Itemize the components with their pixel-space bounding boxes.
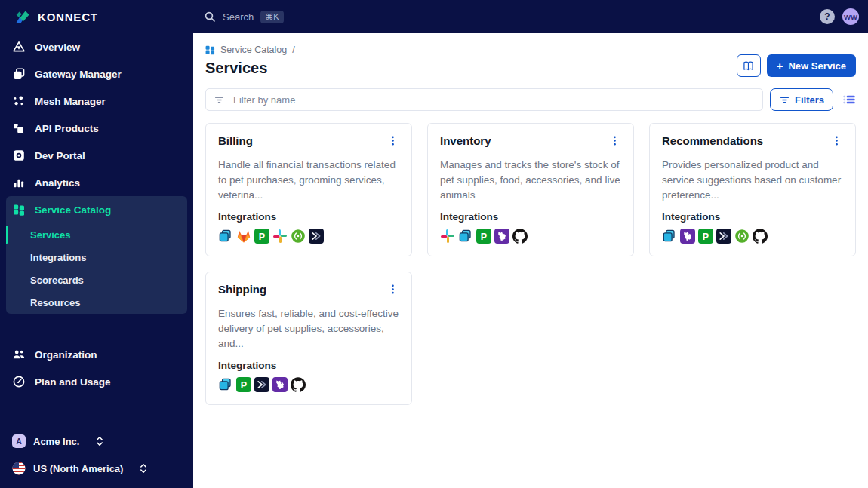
pagerduty-icon: P	[236, 377, 251, 392]
org-switcher[interactable]: A Acme Inc.	[6, 428, 187, 455]
sidebar-item-analytics[interactable]: Analytics	[6, 169, 187, 196]
filter-funnel-icon	[214, 94, 225, 106]
sidebar-item-api-products[interactable]: API Products	[6, 115, 187, 142]
filter-input-wrap	[205, 88, 763, 111]
service-cards-grid: Billing Handle all financial transaction…	[205, 123, 856, 405]
pagerduty-icon: P	[698, 229, 713, 244]
sidebar-item-dev-portal[interactable]: Dev Portal	[6, 142, 187, 169]
service-card-inventory[interactable]: Inventory Manages and tracks the store's…	[427, 123, 634, 256]
org-avatar: A	[12, 434, 26, 448]
kebab-menu-icon[interactable]	[608, 134, 621, 150]
sidebar-item-services[interactable]: Services	[6, 223, 187, 246]
card-description: Handle all financial transactions relate…	[218, 158, 399, 203]
brand-logo[interactable]: KONNECT	[0, 8, 193, 26]
sidebar-item-label: Gateway Manager	[35, 69, 122, 80]
filters-label: Filters	[795, 94, 824, 106]
swaggerhub-icon	[291, 229, 306, 244]
user-avatar[interactable]: WW	[842, 8, 859, 25]
sidebar-item-label: Analytics	[35, 177, 80, 189]
sidebar-item-scorecards[interactable]: Scorecards	[6, 269, 187, 291]
gateway-icon	[218, 229, 233, 244]
integrations-icons: P	[218, 229, 399, 244]
integrations-label: Integrations	[218, 211, 399, 223]
us-flag-icon	[12, 462, 26, 475]
filters-funnel-icon	[779, 94, 790, 106]
integrations-icons: P	[440, 229, 621, 244]
sidebar-item-plan-and-usage[interactable]: Plan and Usage	[6, 368, 187, 395]
traceable-icon	[254, 377, 269, 392]
github-icon	[753, 229, 768, 244]
sidebar-child-label: Scorecards	[30, 275, 84, 286]
sidebar-item-label: Overview	[35, 41, 80, 53]
filters-button[interactable]: Filters	[770, 88, 833, 111]
breadcrumb-link[interactable]: Service Catalog	[220, 45, 287, 55]
kebab-menu-icon[interactable]	[386, 283, 399, 299]
dev-portal-icon	[12, 149, 26, 162]
page-title: Services	[205, 60, 295, 77]
datadog-icon	[272, 377, 288, 392]
chevron-up-down-icon	[138, 462, 149, 474]
traceable-icon	[716, 229, 731, 244]
service-card-billing[interactable]: Billing Handle all financial transaction…	[205, 123, 412, 256]
sidebar-item-label: Dev Portal	[35, 150, 85, 161]
service-catalog-icon	[12, 203, 26, 216]
sidebar-item-label: Mesh Manager	[35, 96, 106, 107]
sidebar-child-label: Services	[30, 229, 71, 241]
sidebar-item-overview[interactable]: Overview	[6, 33, 187, 60]
gateway-icon	[218, 377, 233, 392]
card-title: Inventory	[440, 134, 491, 147]
gateway-icon	[458, 229, 473, 244]
slack-icon	[440, 229, 455, 244]
service-card-shipping[interactable]: Shipping Ensures fast, reliable, and cos…	[205, 272, 412, 405]
docs-button[interactable]	[737, 54, 761, 77]
card-title: Recommendations	[662, 134, 763, 147]
sidebar-item-organization[interactable]: Organization	[6, 341, 187, 368]
slack-icon	[272, 229, 288, 244]
sidebar-item-resources[interactable]: Resources	[6, 291, 187, 314]
swaggerhub-icon	[734, 229, 749, 244]
kebab-menu-icon[interactable]	[386, 134, 399, 150]
header-actions: + New Service	[737, 54, 856, 77]
github-icon	[291, 377, 306, 392]
sidebar-section-service-catalog: Service Catalog Services Integrations Sc…	[6, 196, 187, 314]
region-switcher-label: US (North America)	[33, 463, 123, 474]
breadcrumb[interactable]: Service Catalog /	[205, 45, 295, 55]
table-view-toggle[interactable]	[842, 94, 856, 106]
svg-text:P: P	[259, 232, 265, 242]
brand-name: KONNECT	[38, 11, 98, 23]
chevron-up-down-icon	[94, 435, 105, 447]
region-switcher[interactable]: US (North America)	[6, 455, 187, 482]
integrations-icons: P	[218, 377, 399, 392]
page-header: Service Catalog / Services + New Service	[205, 45, 856, 77]
new-service-label: New Service	[788, 60, 846, 72]
service-card-recommendations[interactable]: Recommendations Provides personalized pr…	[649, 123, 856, 256]
filter-by-name-input[interactable]	[232, 94, 755, 106]
pagerduty-icon: P	[476, 229, 491, 244]
api-products-icon	[12, 121, 26, 135]
sidebar-item-integrations[interactable]: Integrations	[6, 246, 187, 269]
topbar-right: ? WW	[820, 8, 868, 25]
search-label: Search	[223, 11, 254, 23]
sidebar-item-label: Organization	[35, 349, 97, 361]
kebab-menu-icon[interactable]	[830, 134, 843, 150]
sidebar-divider	[12, 327, 133, 327]
global-search[interactable]: Search ⌘K	[204, 11, 284, 23]
konnect-logo-icon	[13, 8, 31, 26]
sidebar-item-label: Service Catalog	[35, 204, 111, 216]
sidebar-item-service-catalog[interactable]: Service Catalog	[6, 196, 187, 223]
gateway-manager-icon	[12, 67, 26, 81]
service-catalog-breadcrumb-icon	[205, 45, 215, 55]
pagerduty-icon: P	[254, 229, 269, 244]
integrations-label: Integrations	[218, 360, 399, 371]
svg-text:P: P	[481, 232, 487, 242]
integrations-icons: P	[662, 229, 843, 244]
card-description: Provides personalized product and servic…	[662, 158, 843, 203]
search-shortcut-badge: ⌘K	[260, 11, 283, 23]
help-button[interactable]: ?	[820, 9, 835, 24]
analytics-icon	[12, 176, 26, 189]
sidebar-child-label: Integrations	[30, 252, 86, 263]
sidebar-item-mesh-manager[interactable]: Mesh Manager	[6, 87, 187, 115]
gitlab-icon	[236, 229, 251, 244]
new-service-button[interactable]: + New Service	[767, 54, 856, 77]
sidebar-item-gateway-manager[interactable]: Gateway Manager	[6, 60, 187, 87]
